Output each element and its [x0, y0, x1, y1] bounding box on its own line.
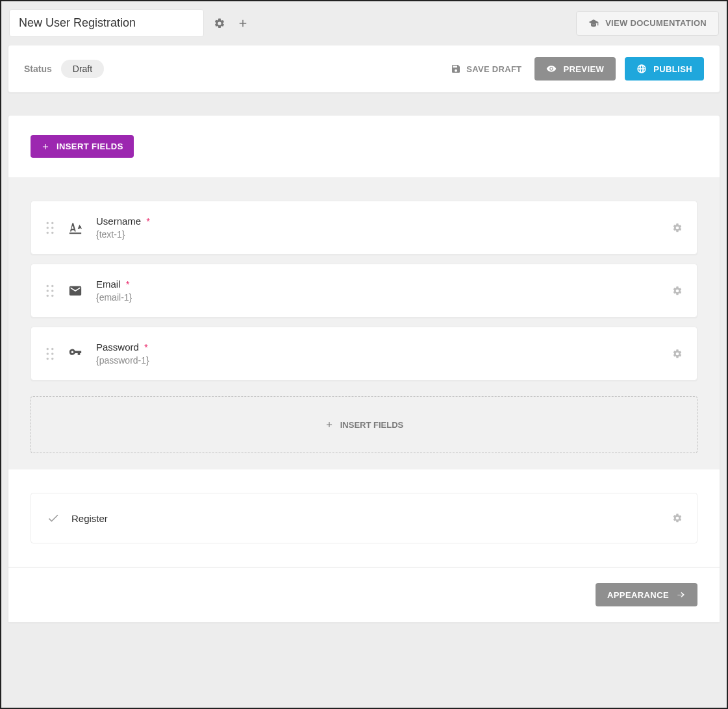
check-icon [47, 512, 60, 525]
field-slug: {password-1} [96, 355, 149, 366]
gear-icon [672, 349, 683, 359]
insert-fields-dropzone[interactable]: INSERT FIELDS [31, 396, 697, 453]
status-label: Status [24, 64, 52, 74]
field-texts: Username *{text-1} [96, 216, 150, 240]
save-draft-button[interactable]: SAVE DRAFT [447, 58, 525, 79]
status-pill: Draft [61, 60, 104, 78]
form-builder-card: INSERT FIELDS Username *{text-1}Email *{… [8, 115, 720, 623]
field-slug: {email-1} [96, 292, 132, 303]
svg-point-2 [47, 227, 49, 229]
status-actions: SAVE DRAFT PREVIEW PUBLISH [447, 57, 704, 81]
field-label: Email * [96, 279, 132, 290]
password-field-icon [66, 347, 84, 361]
drag-handle-icon[interactable] [45, 221, 55, 234]
field-texts: Password *{password-1} [96, 342, 149, 366]
field-row[interactable]: Username *{text-1} [31, 201, 697, 255]
app-root: VIEW DOCUMENTATION Status Draft SAVE DRA… [1, 1, 727, 708]
eye-icon [546, 64, 557, 74]
fields-zone: Username *{text-1}Email *{email-1}Passwo… [8, 177, 720, 469]
field-settings-button[interactable] [672, 286, 683, 296]
insert-fields-button[interactable]: INSERT FIELDS [31, 135, 134, 158]
svg-point-13 [51, 347, 54, 350]
status-bar: Status Draft SAVE DRAFT PREVIEW PUBLISH [8, 45, 720, 93]
email-field-icon [66, 284, 84, 298]
text-field-icon [66, 221, 84, 235]
svg-point-6 [47, 284, 49, 287]
settings-button[interactable] [212, 16, 227, 31]
svg-point-8 [47, 290, 49, 292]
plus-icon [237, 18, 249, 29]
view-documentation-label: VIEW DOCUMENTATION [605, 18, 707, 28]
svg-point-10 [47, 294, 49, 297]
svg-point-11 [51, 294, 54, 297]
svg-point-17 [51, 357, 54, 360]
svg-point-16 [47, 357, 49, 360]
submit-settings-button[interactable] [672, 513, 683, 523]
plus-icon [325, 420, 334, 429]
save-draft-label: SAVE DRAFT [466, 64, 521, 74]
drag-handle-icon[interactable] [45, 347, 55, 360]
svg-point-9 [51, 290, 54, 292]
appearance-label: APPEARANCE [607, 590, 669, 600]
required-indicator: * [144, 342, 148, 353]
svg-point-7 [51, 284, 54, 287]
svg-point-3 [51, 227, 54, 229]
gear-icon [672, 513, 683, 523]
submit-zone: Register [8, 469, 720, 567]
submit-label: Register [71, 513, 108, 524]
add-button[interactable] [235, 16, 251, 31]
form-title-input[interactable] [9, 9, 204, 37]
required-indicator: * [126, 279, 130, 290]
globe-icon [636, 64, 647, 74]
field-row[interactable]: Password *{password-1} [31, 327, 697, 380]
svg-point-12 [47, 347, 49, 350]
publish-button[interactable]: PUBLISH [625, 57, 704, 81]
gear-icon [214, 18, 225, 29]
svg-point-5 [51, 231, 54, 234]
svg-point-1 [51, 221, 54, 224]
svg-point-14 [47, 353, 49, 355]
top-bar: VIEW DOCUMENTATION [1, 1, 727, 45]
submit-row[interactable]: Register [31, 493, 697, 543]
field-row[interactable]: Email *{email-1} [31, 264, 697, 317]
preview-button[interactable]: PREVIEW [534, 57, 616, 81]
footer-bar: APPEARANCE [8, 567, 720, 622]
save-icon [451, 64, 461, 74]
view-documentation-button[interactable]: VIEW DOCUMENTATION [576, 11, 719, 36]
preview-label: PREVIEW [563, 64, 604, 74]
field-texts: Email *{email-1} [96, 279, 132, 303]
field-slug: {text-1} [96, 229, 150, 240]
field-settings-button[interactable] [672, 349, 683, 359]
gear-icon [672, 286, 683, 296]
publish-label: PUBLISH [653, 64, 692, 74]
gear-icon [672, 223, 683, 233]
insert-fields-label: INSERT FIELDS [56, 142, 123, 151]
field-settings-button[interactable] [672, 223, 683, 233]
plus-icon [41, 142, 50, 151]
required-indicator: * [146, 216, 150, 227]
field-label: Username * [96, 216, 150, 227]
insert-top-wrap: INSERT FIELDS [8, 116, 720, 177]
field-label: Password * [96, 342, 149, 353]
insert-fields-drop-label: INSERT FIELDS [340, 420, 404, 430]
drag-handle-icon[interactable] [45, 284, 55, 297]
svg-point-15 [51, 353, 54, 355]
arrow-right-icon [675, 590, 686, 600]
svg-point-0 [47, 221, 49, 224]
graduation-cap-icon [588, 18, 599, 29]
appearance-button[interactable]: APPEARANCE [596, 583, 697, 606]
svg-point-4 [47, 231, 49, 234]
